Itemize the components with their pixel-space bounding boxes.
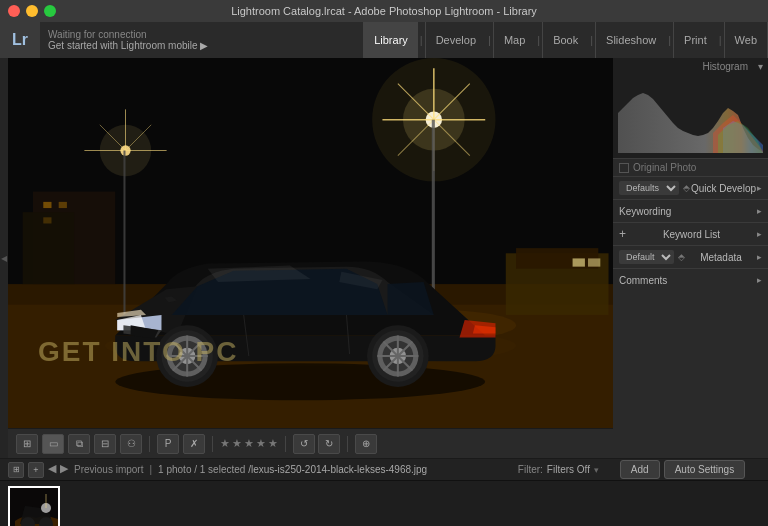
- quick-develop-row[interactable]: Defaults ⬘ Quick Develop ▸: [613, 177, 768, 199]
- connection-status: Waiting for connection: [48, 29, 355, 40]
- keyword-list-section: + Keyword List ▸: [613, 222, 768, 245]
- flag-pick-button[interactable]: P: [157, 434, 179, 454]
- sep1: [149, 436, 150, 452]
- status-area: Waiting for connection Get started with …: [40, 29, 363, 51]
- people-view-button[interactable]: ⚇: [120, 434, 142, 454]
- grid-view-button[interactable]: ⊞: [16, 434, 38, 454]
- svg-rect-30: [573, 258, 585, 266]
- tab-book[interactable]: Book: [542, 22, 588, 58]
- quick-develop-dropdown[interactable]: Defaults: [619, 181, 679, 195]
- next-arrow[interactable]: ▶: [60, 462, 68, 478]
- close-button[interactable]: [8, 5, 20, 17]
- center-area: GET INTO PC ⊞ ▭ ⧉ ⊟ ⚇ P ✗ ★ ★ ★ ★ ★: [8, 58, 613, 458]
- window-controls: [8, 5, 56, 17]
- window-title: Lightroom Catalog.lrcat - Adobe Photosho…: [231, 5, 537, 17]
- grid-small-button[interactable]: ⊞: [8, 462, 24, 478]
- filmstrip-thumb-1[interactable]: [8, 486, 60, 527]
- svg-rect-31: [588, 258, 600, 266]
- nav-tabs: Library | Develop | Map | Book | Slidesh…: [363, 22, 768, 58]
- file-info: 1 photo / 1 selected /lexus-is250-2014-b…: [158, 464, 512, 475]
- compare-view-button[interactable]: ⧉: [68, 434, 90, 454]
- title-bar: Lightroom Catalog.lrcat - Adobe Photosho…: [0, 0, 768, 22]
- svg-rect-25: [43, 202, 51, 208]
- svg-rect-26: [59, 202, 67, 208]
- star-4[interactable]: ★: [256, 437, 266, 450]
- filter-area: Filter: Filters Off ▾: [518, 464, 599, 475]
- keywording-label: Keywording: [619, 206, 671, 217]
- tab-develop[interactable]: Develop: [425, 22, 486, 58]
- original-photo-row: Original Photo: [613, 158, 768, 176]
- tab-slideshow[interactable]: Slideshow: [595, 22, 666, 58]
- star-rating[interactable]: ★ ★ ★ ★ ★: [220, 437, 278, 450]
- tab-library[interactable]: Library: [363, 22, 418, 58]
- svg-rect-29: [516, 248, 598, 269]
- filter-value[interactable]: Filters Off: [547, 464, 590, 475]
- add-button-right[interactable]: Add: [620, 460, 660, 479]
- metadata-label: Metadata: [700, 252, 742, 263]
- mobile-status[interactable]: Get started with Lightroom mobile ▶: [48, 40, 355, 51]
- right-panel: Histogram ▾: [613, 58, 768, 458]
- keyword-list-row[interactable]: + Keyword List ▸: [613, 223, 768, 245]
- sep3: [285, 436, 286, 452]
- flag-reject-button[interactable]: ✗: [183, 434, 205, 454]
- comments-row[interactable]: Comments ▸: [613, 269, 768, 291]
- keywording-row[interactable]: Keywording ▸: [613, 200, 768, 222]
- quick-develop-label: Quick Develop: [691, 183, 756, 194]
- prev-arrow[interactable]: ◀: [48, 462, 56, 478]
- comments-section: Comments ▸: [613, 268, 768, 291]
- photo-count: |: [149, 464, 152, 475]
- minimize-button[interactable]: [26, 5, 38, 17]
- bottom-toolbar: ⊞ ▭ ⧉ ⊟ ⚇ P ✗ ★ ★ ★ ★ ★ ↺ ↻: [8, 428, 613, 458]
- survey-view-button[interactable]: ⊟: [94, 434, 116, 454]
- keyword-list-plus[interactable]: +: [619, 227, 626, 241]
- keywording-section: Keywording ▸: [613, 199, 768, 222]
- comments-label: Comments: [619, 275, 667, 286]
- rotate-right-button[interactable]: ↻: [318, 434, 340, 454]
- tab-web[interactable]: Web: [724, 22, 768, 58]
- car-scene-svg: [8, 58, 613, 428]
- filmstrip: [0, 480, 768, 526]
- rotate-controls: ↺ ↻: [293, 434, 340, 454]
- tab-map[interactable]: Map: [493, 22, 535, 58]
- metadata-arrow: ▸: [757, 252, 762, 262]
- star-1[interactable]: ★: [220, 437, 230, 450]
- main-content: ◀: [0, 58, 768, 458]
- keyword-list-arrow: ▸: [757, 229, 762, 239]
- add-button[interactable]: +: [28, 462, 44, 478]
- histogram-label: Histogram: [702, 61, 748, 72]
- main-photo: GET INTO PC: [8, 58, 613, 428]
- histogram-arrow[interactable]: ▾: [758, 61, 763, 72]
- original-photo-checkbox[interactable]: [619, 163, 629, 173]
- svg-rect-21: [432, 120, 435, 305]
- sep2: [212, 436, 213, 452]
- bottom-action-buttons: Add Auto Settings: [605, 460, 760, 479]
- keyword-list-label: Keyword List: [663, 229, 720, 240]
- tab-print[interactable]: Print: [673, 22, 717, 58]
- star-2[interactable]: ★: [232, 437, 242, 450]
- photo-container: GET INTO PC: [8, 58, 613, 428]
- nav-arrows: ⊞ + ◀ ▶: [8, 462, 68, 478]
- rotate-left-button[interactable]: ↺: [293, 434, 315, 454]
- previous-import-label[interactable]: Previous import: [74, 464, 143, 475]
- metadata-row[interactable]: Default ⬘ Metadata ▸: [613, 246, 768, 268]
- filter-arrow[interactable]: ▾: [594, 465, 599, 475]
- quick-develop-section: Defaults ⬘ Quick Develop ▸: [613, 176, 768, 199]
- overlay-button[interactable]: ⊕: [355, 434, 377, 454]
- metadata-dropdown[interactable]: Default: [619, 250, 674, 264]
- star-5[interactable]: ★: [268, 437, 278, 450]
- auto-settings-button[interactable]: Auto Settings: [664, 460, 745, 479]
- metadata-section: Default ⬘ Metadata ▸: [613, 245, 768, 268]
- loupe-view-button[interactable]: ▭: [42, 434, 64, 454]
- sep4: [347, 436, 348, 452]
- quick-develop-arrow: ▸: [757, 183, 762, 193]
- histogram-section: Histogram ▾: [613, 58, 768, 158]
- comments-arrow: ▸: [757, 275, 762, 285]
- star-3[interactable]: ★: [244, 437, 254, 450]
- keywording-arrow: ▸: [757, 206, 762, 216]
- maximize-button[interactable]: [44, 5, 56, 17]
- filter-label: Filter:: [518, 464, 543, 475]
- histogram-chart: [613, 73, 768, 158]
- watermark: GET INTO PC: [38, 336, 238, 368]
- svg-rect-22: [123, 151, 125, 315]
- left-panel-toggle[interactable]: ◀: [0, 58, 8, 458]
